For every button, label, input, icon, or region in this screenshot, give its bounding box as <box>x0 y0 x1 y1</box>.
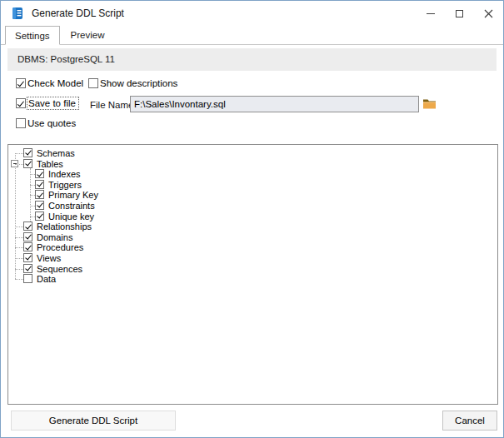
generate-ddl-dialog: Generate DDL Script Settings Preview DBM… <box>0 0 504 438</box>
tree-item-label: Relationships <box>37 221 92 232</box>
tree-item-checkbox[interactable] <box>23 242 32 251</box>
show-descriptions-label: Show descriptions <box>100 78 177 88</box>
tree-item-checkbox[interactable] <box>23 253 32 262</box>
minimize-icon <box>427 13 435 14</box>
minimize-button[interactable] <box>416 1 445 26</box>
tab-settings[interactable]: Settings <box>5 26 60 45</box>
tree-connector <box>15 164 23 165</box>
tree-item-label: Constraints <box>48 201 95 212</box>
tree-item-checkbox[interactable] <box>23 221 32 231</box>
tree-item-label: Indexes <box>48 169 81 180</box>
tree-item-triggers[interactable]: Triggers <box>8 180 497 191</box>
cancel-button[interactable]: Cancel <box>442 411 497 431</box>
tree-connector <box>15 258 23 259</box>
checkbox-box <box>16 98 26 108</box>
tree-item-checkbox[interactable] <box>35 201 44 210</box>
checkbox-box <box>88 78 98 88</box>
app-script-icon <box>11 7 24 20</box>
generate-ddl-script-button[interactable]: Generate DDL Script <box>11 411 176 431</box>
tree-connector <box>15 226 23 227</box>
ddl-objects-tree: SchemasTablesIndexesTriggersPrimary KeyC… <box>7 144 498 405</box>
tree-connector <box>15 269 23 270</box>
tree-connector <box>15 247 23 248</box>
use-quotes-checkbox[interactable]: Use quotes <box>16 118 76 128</box>
tree-item-tables[interactable]: Tables <box>8 159 497 170</box>
tree-item-checkbox[interactable] <box>23 232 32 241</box>
tree-connector <box>15 153 23 154</box>
tree-item-label: Triggers <box>48 180 82 191</box>
tree-item-data[interactable]: Data <box>8 274 497 285</box>
tree-item-constraints[interactable]: Constraints <box>8 201 497 212</box>
tree-item-checkbox[interactable] <box>23 274 32 283</box>
tree-item-unique-key[interactable]: Unique key <box>8 212 497 222</box>
tree-connector <box>15 237 23 238</box>
tree-item-indexes[interactable]: Indexes <box>8 169 497 180</box>
checkbox-box <box>16 118 26 128</box>
tree-item-views[interactable]: Views <box>8 253 497 264</box>
tree-item-checkbox[interactable] <box>35 180 44 189</box>
tree-item-label: Views <box>37 253 61 264</box>
open-folder-icon <box>422 97 437 110</box>
file-name-label: File Name <box>90 100 133 110</box>
tree-item-checkbox[interactable] <box>23 159 32 168</box>
tree-item-sequences[interactable]: Sequences <box>8 264 497 275</box>
browse-folder-button[interactable] <box>422 96 437 112</box>
tab-preview[interactable]: Preview <box>62 26 114 44</box>
close-button[interactable] <box>474 1 503 26</box>
tree-item-label: Unique key <box>48 212 94 222</box>
tree-item-label: Tables <box>37 159 63 170</box>
tab-bar: Settings Preview <box>1 26 503 45</box>
maximize-button[interactable] <box>445 1 474 26</box>
titlebar: Generate DDL Script <box>1 1 503 26</box>
tree-rows: SchemasTablesIndexesTriggersPrimary KeyC… <box>8 148 497 285</box>
window-title: Generate DDL Script <box>32 7 124 19</box>
tree-item-label: Data <box>37 274 56 285</box>
check-model-checkbox[interactable]: Check Model <box>16 78 83 88</box>
tree-item-checkbox[interactable] <box>35 212 44 221</box>
tree-item-checkbox[interactable] <box>23 264 32 273</box>
maximize-icon <box>456 10 463 17</box>
tree-item-checkbox[interactable] <box>23 148 32 157</box>
checkbox-box <box>16 78 26 88</box>
tree-item-procedures[interactable]: Procedures <box>8 242 497 253</box>
tree-item-label: Domains <box>37 232 72 243</box>
check-model-label: Check Model <box>27 78 83 88</box>
use-quotes-label: Use quotes <box>27 118 76 128</box>
tree-item-checkbox[interactable] <box>35 190 44 199</box>
save-to-file-checkbox[interactable]: Save to file <box>16 97 78 109</box>
tree-item-label: Procedures <box>37 242 83 253</box>
tree-item-primary-key[interactable]: Primary Key <box>8 190 497 201</box>
tree-item-label: Primary Key <box>48 190 98 201</box>
tree-item-relationships[interactable]: Relationships <box>8 221 497 232</box>
tree-connector <box>15 279 23 280</box>
tree-item-label: Schemas <box>37 148 75 159</box>
tree-item-domains[interactable]: Domains <box>8 232 497 243</box>
save-to-file-label: Save to file <box>27 97 78 109</box>
window-controls <box>416 1 503 26</box>
close-icon <box>484 9 493 18</box>
tree-item-schemas[interactable]: Schemas <box>8 148 497 159</box>
dbms-label: DBMS: PostgreSQL 11 <box>7 48 497 71</box>
tree-item-label: Sequences <box>37 264 82 275</box>
tree-item-checkbox[interactable] <box>35 169 44 178</box>
file-name-input[interactable] <box>130 96 419 112</box>
show-descriptions-checkbox[interactable]: Show descriptions <box>88 78 177 88</box>
